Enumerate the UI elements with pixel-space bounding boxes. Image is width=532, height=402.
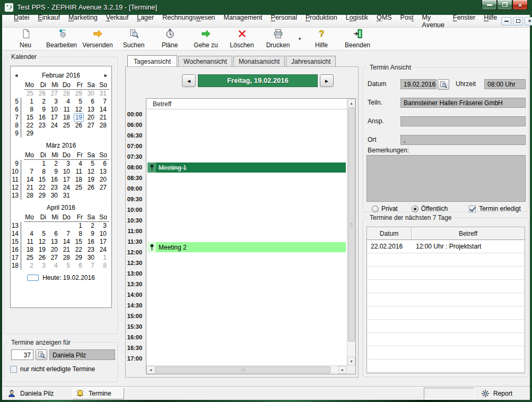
calendar-day[interactable]: 31 <box>60 192 72 200</box>
calendar-day[interactable]: 1 <box>36 160 48 168</box>
calendar-day[interactable]: 8 <box>97 262 109 270</box>
calendar-day[interactable]: 3 <box>97 222 109 230</box>
calendar-day[interactable]: 31 <box>97 90 109 98</box>
calendar-day[interactable]: 12 <box>84 168 97 176</box>
calendar-day[interactable]: 26 <box>36 90 48 98</box>
calendar-day[interactable]: 28 <box>60 90 72 98</box>
user-name-field[interactable]: Daniela Pilz <box>49 349 115 360</box>
calendar-day[interactable]: 24 <box>48 122 60 130</box>
mdi-restore-button[interactable] <box>513 17 523 25</box>
calendar-day[interactable]: 5 <box>60 262 72 270</box>
calendar-day[interactable]: 9 <box>84 230 97 238</box>
calendar-day[interactable]: 2 <box>84 222 97 230</box>
calendar-day[interactable]: 14 <box>97 106 109 114</box>
restore-button[interactable] <box>497 0 512 10</box>
calendar-day[interactable]: 9 <box>36 106 48 114</box>
calendar-day[interactable]: 27 <box>84 122 97 130</box>
calendar-day[interactable]: 6 <box>97 160 109 168</box>
calendar-day[interactable]: 13 <box>84 106 97 114</box>
calendar-day[interactable]: 11 <box>23 238 36 246</box>
tab-jahresansicht[interactable]: Jahresansicht <box>286 56 336 67</box>
calendar-day[interactable]: 7 <box>84 262 97 270</box>
calendar-day[interactable]: 12 <box>36 238 48 246</box>
toolbar-drucken-button[interactable]: Drucken <box>260 29 296 49</box>
calendar-day[interactable]: 18 <box>23 246 36 254</box>
toolbar-hilfe-button[interactable]: ?Hilfe <box>303 29 339 49</box>
calendar-day[interactable]: 3 <box>60 160 72 168</box>
toolbar-beenden-button[interactable]: Beenden <box>339 29 376 49</box>
toolbar-pl-ne-button[interactable]: Pläne <box>152 29 188 49</box>
datum-field[interactable]: 19.02.2016 <box>400 79 437 89</box>
calendar-day[interactable]: 4 <box>48 262 60 270</box>
calendar-day[interactable]: 18 <box>60 114 72 122</box>
calendar-day[interactable]: 8 <box>72 230 84 238</box>
calendar-day[interactable]: 11 <box>60 106 72 114</box>
calendar-day[interactable]: 5 <box>84 160 97 168</box>
calendar-day[interactable]: 23 <box>48 184 60 192</box>
calendar-day[interactable]: 12 <box>72 106 84 114</box>
ort-field[interactable]: , <box>400 135 526 145</box>
only-open-checkbox[interactable] <box>10 366 17 373</box>
calendar-day[interactable]: 26 <box>72 122 84 130</box>
calendar-day[interactable]: 25 <box>23 90 36 98</box>
calendar-day[interactable]: 15 <box>36 176 48 184</box>
mdi-close-button[interactable]: × <box>525 17 532 25</box>
print-dropdown-icon[interactable] <box>296 36 303 41</box>
calendar-day[interactable]: 2 <box>23 262 36 270</box>
horizontal-scroll-thumb[interactable] <box>155 366 330 373</box>
oeffentlich-radio[interactable] <box>412 206 418 212</box>
calendar-day[interactable]: 6 <box>48 230 60 238</box>
calendar-day[interactable]: 28 <box>60 254 72 262</box>
calendar-day[interactable]: 19 <box>36 246 48 254</box>
calendar-day[interactable]: 28 <box>23 192 36 200</box>
toolbar-suchen-button[interactable]: Suchen <box>116 29 152 49</box>
calendar-day[interactable]: 22 <box>36 184 48 192</box>
calendar-day[interactable]: 22 <box>23 122 36 130</box>
calendar-day[interactable]: 5 <box>36 230 48 238</box>
calendar-day[interactable]: 6 <box>72 262 84 270</box>
calendar-day[interactable]: 30 <box>84 254 97 262</box>
calendar-day[interactable]: 15 <box>72 238 84 246</box>
calendar-day[interactable]: 20 <box>97 176 109 184</box>
statusbar-context[interactable]: Termine <box>72 388 124 399</box>
toolbar-bearbeiten-button[interactable]: Bearbeiten <box>43 29 80 49</box>
calendar-day[interactable]: 7 <box>97 98 109 106</box>
calendar-day[interactable]: 7 <box>60 230 72 238</box>
teilnehmer-field[interactable]: Bannsteiner Hallen Fräserei GmbH <box>400 98 526 108</box>
calendar-day[interactable]: 2 <box>36 98 48 106</box>
toolbar-neu-button[interactable]: Neu <box>7 29 43 49</box>
calendar-day[interactable]: 16 <box>36 114 48 122</box>
user-id-input[interactable]: 37 <box>11 349 33 360</box>
report-button[interactable]: Report <box>478 388 527 399</box>
calendar-day[interactable]: 25 <box>60 122 72 130</box>
calendar-day[interactable]: 5 <box>72 98 84 106</box>
calendar-day[interactable]: 29 <box>23 130 36 138</box>
toolbar-gehe-zu-button[interactable]: Gehe zu <box>188 29 224 49</box>
calendar-day[interactable]: 24 <box>60 184 72 192</box>
calendar-day[interactable]: 10 <box>48 106 60 114</box>
next-day-button[interactable]: ► <box>320 74 334 87</box>
calendar-day[interactable]: 27 <box>97 184 109 192</box>
calendar-day[interactable]: 10 <box>97 230 109 238</box>
calendar-day[interactable]: 20 <box>48 246 60 254</box>
calendar-day[interactable]: 19 <box>72 114 84 122</box>
calendar-next-icon[interactable]: ► <box>100 71 108 81</box>
calendar-day[interactable]: 23 <box>84 246 97 254</box>
calendar-day[interactable]: 3 <box>36 262 48 270</box>
meeting-meeting-1[interactable]: Meeting 1 <box>147 162 346 173</box>
calendar-day[interactable]: 25 <box>72 184 84 192</box>
toolbar-versenden-button[interactable]: Versenden <box>80 29 116 49</box>
calendar-day[interactable]: 21 <box>97 114 109 122</box>
calendar-day[interactable]: 24 <box>97 246 109 254</box>
calendar-day[interactable]: 28 <box>97 122 109 130</box>
calendar-day[interactable]: 26 <box>36 254 48 262</box>
calendar-day[interactable]: 8 <box>36 168 48 176</box>
calendar-day[interactable]: 30 <box>48 192 60 200</box>
calendar-day[interactable]: 16 <box>48 176 60 184</box>
horizontal-scrollbar[interactable]: ◄ ► <box>146 365 347 374</box>
calendar-day[interactable]: 17 <box>97 238 109 246</box>
erledigt-checkbox[interactable] <box>469 206 476 212</box>
tab-wochenansicht[interactable]: Wochenansicht <box>178 56 232 67</box>
calendar-day[interactable]: 17 <box>60 176 72 184</box>
calendar-day[interactable]: 1 <box>72 222 84 230</box>
